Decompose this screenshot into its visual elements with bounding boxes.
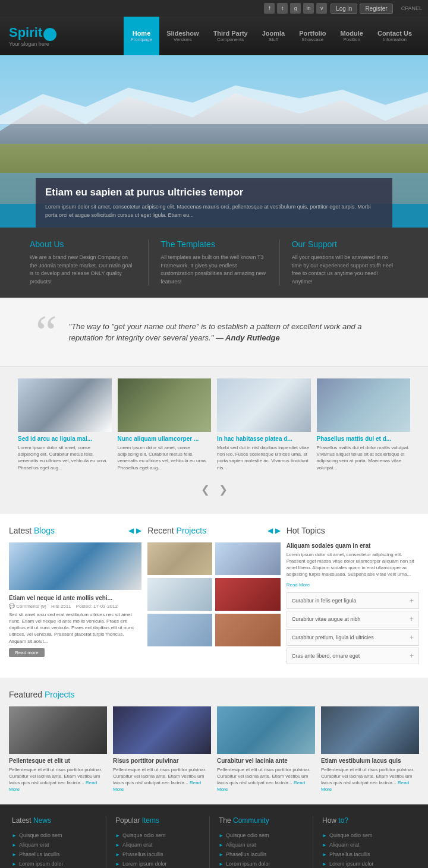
featured-card-text-2: Pellentesque et elit ut risus porttitor … <box>113 766 211 793</box>
footer-howto-item-3[interactable]: ►Phasellus iacullis <box>322 850 407 859</box>
proj-next-icon[interactable]: ▶ <box>275 526 281 535</box>
article-text-4: Phasellus mattis dui et dolor mattis vol… <box>317 444 411 471</box>
footer-popular-item-4[interactable]: ►Lorem ipsum dolor <box>115 859 200 868</box>
nav-module[interactable]: Module Position <box>333 17 370 55</box>
footer-news-item-2[interactable]: ►Aliquam erat <box>12 840 97 850</box>
footer-howto-item-4[interactable]: ►Lorem ipsum dolor <box>322 859 407 868</box>
footer-howto-item-2[interactable]: ►Aliquam erat <box>322 840 407 850</box>
project-image-1[interactable] <box>147 542 212 575</box>
accordion-item-2[interactable]: Curabitur vitae augue at nibh + <box>287 611 419 627</box>
footer-col-community: The Community ►Quisque odio sem ►Aliquam… <box>210 816 313 868</box>
article-image-2 <box>118 378 212 432</box>
footer-community-item-3[interactable]: ►Phasellus iacullis <box>219 850 304 859</box>
facebook-icon[interactable]: f <box>264 3 275 14</box>
register-button[interactable]: Register <box>360 4 392 14</box>
footer-popular-item-3[interactable]: ►Phasellus iacullis <box>115 850 200 859</box>
article-card-1: Sed id arcu ac ligula mal... Lorem ipsum… <box>18 378 112 471</box>
footer-community-item-1[interactable]: ►Quisque odio sem <box>219 831 304 840</box>
hot-main-text: Lorem ipsum dolor sit amet, consectetur … <box>287 551 419 578</box>
article-card-4: Phasellus mattis dui et d... Phasellus m… <box>317 378 411 471</box>
quote-marks: “ <box>36 313 57 351</box>
cpanel-label: CPANEL <box>401 5 422 11</box>
next-arrow[interactable]: ❯ <box>219 483 228 496</box>
footer-col-community-title: The Community <box>219 816 304 825</box>
hero-text: Lorem ipsum dolor sit amet, consectetur … <box>45 203 383 219</box>
featured-card-3: Curabitur vel lacinia ante Pellentesque … <box>217 706 315 793</box>
nav-portfolio[interactable]: Portfolio Showcase <box>292 17 333 55</box>
google-icon[interactable]: g <box>290 3 301 14</box>
nav-home[interactable]: Home Frontpage <box>124 17 159 55</box>
nav-third-party[interactable]: Third Party Components <box>206 17 255 55</box>
article-image-1 <box>18 378 112 432</box>
nav-joomla[interactable]: Joomla Stuff <box>255 17 292 55</box>
hot-topics-title: Hot Topics <box>287 526 419 535</box>
footer-popular-item-1[interactable]: ►Quisque odio sem <box>115 831 200 840</box>
slogan: Your slogan here <box>9 41 56 47</box>
footer-news-item-1[interactable]: ►Quisque odio sem <box>12 831 97 840</box>
nav-contact[interactable]: Contact Us Information <box>370 17 419 55</box>
featured-card-title-2: Risus porttitor pulvinar <box>113 757 211 764</box>
project-image-3[interactable] <box>147 578 212 611</box>
featured-card-text-3: Pellentesque et elit ut risus porttitor … <box>217 766 315 793</box>
read-more-button[interactable]: Read more <box>9 648 45 657</box>
footer-popular-item-2[interactable]: ►Aliquam erat <box>115 840 200 850</box>
blog-meta: 💬 Comments (9) Hits 2511 Posted: 17-03-2… <box>9 604 141 609</box>
article-title-1: Sed id arcu ac ligula mal... <box>18 435 112 442</box>
feature-templates-text: All templates are built on the well know… <box>160 254 267 286</box>
blog-title: Etiam vel neque id ante mollis vehi... <box>9 595 141 601</box>
projects-section-title: Recent Projects ◀ ▶ <box>147 526 280 535</box>
featured-image-2 <box>113 706 211 754</box>
footer-community-item-2[interactable]: ►Aliquam erat <box>219 840 304 850</box>
hot-main-item: Aliquam sodales quam in erat Lorem ipsum… <box>287 542 419 588</box>
article-text-2: Lorem ipsum dolor sit amet, conse adipis… <box>118 444 212 471</box>
footer-popular-list: ►Quisque odio sem ►Aliquam erat ►Phasell… <box>115 831 200 868</box>
project-image-2[interactable] <box>215 542 280 575</box>
feature-templates: The Templates All templates are built on… <box>149 239 279 286</box>
featured-projects-section: Featured Projects Pellentesque et elit u… <box>0 678 428 805</box>
featured-grid: Pellentesque et elit ut Pellentesque et … <box>9 706 419 793</box>
logo[interactable]: SpiritFX <box>9 25 56 41</box>
proj-prev-icon[interactable]: ◀ <box>268 526 273 535</box>
blogs-prev-icon[interactable]: ◀ <box>128 526 134 535</box>
article-title-3: In hac habitasse platea d... <box>217 435 311 442</box>
blogs-next-icon[interactable]: ▶ <box>136 526 141 535</box>
project-image-6[interactable] <box>215 614 280 646</box>
featured-card-text-4: Pellentesque et elit ut risus porttitor … <box>321 766 419 793</box>
footer-col-popular: Popular Items ►Quisque odio sem ►Aliquam… <box>106 816 210 868</box>
blog-comments: 💬 Comments (9) <box>9 604 46 609</box>
accordion-label-1: Curabitur in felis eget ligula <box>292 598 357 604</box>
article-image-3 <box>217 378 311 432</box>
recent-projects-col: Recent Projects ◀ ▶ <box>147 526 280 666</box>
nav-slideshow[interactable]: Slideshow Versions <box>159 17 206 55</box>
prev-arrow[interactable]: ❮ <box>201 483 210 496</box>
accordion-item-3[interactable]: Curabitur pretium, ligula id ultricies + <box>287 629 419 646</box>
footer-news-item-3[interactable]: ►Phasellus iacullis <box>12 850 97 859</box>
article-image-4 <box>317 378 411 432</box>
footer-news-item-4[interactable]: ►Lorem ipsum dolor <box>12 859 97 868</box>
accordion-item-4[interactable]: Cras ante libero, ornare eget + <box>287 648 419 664</box>
featured-card-1: Pellentesque et elit ut Pellentesque et … <box>9 706 107 793</box>
linkedin-icon[interactable]: in <box>303 3 314 14</box>
featured-card-text-1: Pellentesque et elit ut risus porttitor … <box>9 766 107 793</box>
featured-image-1 <box>9 706 107 754</box>
article-text-3: Morbi sed dui in nisl dapibus imperdiet … <box>217 444 311 471</box>
feature-about: About Us We are a brand new Design Compa… <box>18 239 149 286</box>
footer-howto-item-1[interactable]: ►Quisque odio sem <box>322 831 407 840</box>
accordion-item-1[interactable]: Curabitur in felis eget ligula + <box>287 592 419 609</box>
hero-title: Etiam eu sapien at purus ultricies tempo… <box>45 187 383 198</box>
footer-community-item-4[interactable]: ►Lorem ipsum dolor <box>219 859 304 868</box>
projects-grid <box>147 542 280 646</box>
feature-support: Our Support All your questions will be a… <box>280 239 410 286</box>
project-image-5[interactable] <box>147 614 212 646</box>
project-image-4[interactable] <box>215 578 280 611</box>
article-card-2: Nunc aliquam ullamcorper ... Lorem ipsum… <box>118 378 212 471</box>
blogs-section-title: Latest Blogs ◀ ▶ <box>9 526 141 535</box>
featured-card-4: Etiam vestibulum lacus quis Pellentesque… <box>321 706 419 793</box>
three-cols-section: Latest Blogs ◀ ▶ Etiam vel neque id ante… <box>0 514 428 678</box>
hot-main-title: Aliquam sodales quam in erat <box>287 542 419 549</box>
hot-read-link[interactable]: Read More <box>287 582 310 588</box>
twitter-icon[interactable]: t <box>277 3 288 14</box>
article-card-3: In hac habitasse platea d... Morbi sed d… <box>217 378 311 471</box>
login-button[interactable]: Log in <box>331 4 357 14</box>
vimeo-icon[interactable]: v <box>316 3 327 14</box>
